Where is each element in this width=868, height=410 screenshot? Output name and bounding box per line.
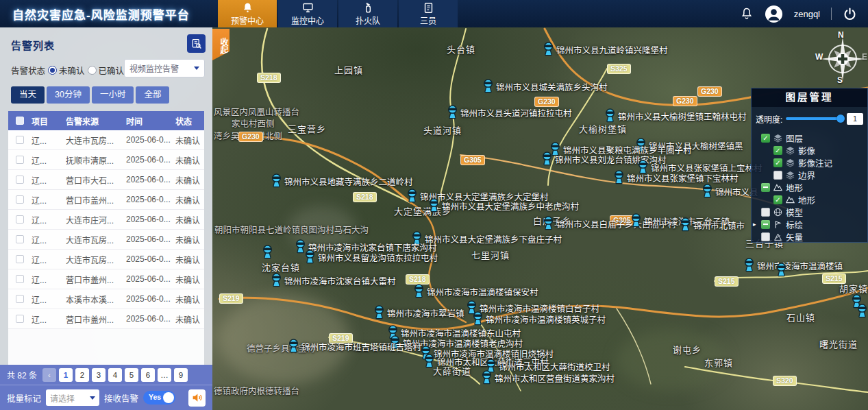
opacity-slider[interactable] [786,117,843,120]
camera-alert-marker[interactable]: 锦州市义县留龙沟镇东拉拉屯村 [304,250,316,267]
row-checkbox[interactable] [16,195,24,204]
tab-预警中心[interactable]: 预警中心 [218,0,277,27]
row-checkbox[interactable] [16,136,24,144]
layer-tree-row[interactable]: ▸ 模型 [752,206,867,218]
layer-tree-row[interactable]: ▸ 矢量 [752,230,867,243]
alert-panel-footer: 批量标记 请选择 接收告警 Yes [0,385,212,410]
camera-alert-marker[interactable]: 锦州市凌海市班吉塔镇班吉塔村 [288,339,299,356]
time-filter-button[interactable]: 30分钟 [47,86,90,104]
logout-power-icon[interactable] [843,7,857,21]
cell-project: 辽... [32,234,66,245]
layer-tree-row[interactable]: ▸ 边界 [752,169,867,181]
status-radio[interactable]: 已确认 [88,64,125,77]
table-row[interactable]: 辽... 大连市庄河... 2025-06-0... 未确认 [8,210,204,230]
camera-alert-marker[interactable]: 锦州市太和区营盘街道黄家沟村 [481,370,493,387]
camera-icon [271,173,282,188]
camera-alert-marker[interactable]: 锦州市义县白庙子乡大白庙子村 [543,216,554,233]
row-checkbox[interactable] [16,295,24,303]
opacity-value-box[interactable]: 1 [847,113,863,125]
layer-tree-row[interactable]: ▸ 影像注记 [752,156,867,169]
table-row[interactable]: 辽... 大连市瓦房... 2025-06-0... 未确认 [8,250,204,269]
camera-alert-marker[interactable]: 锦州市义县城关满族乡头沟村 [482,79,494,96]
layer-checkbox[interactable] [773,195,782,204]
time-filter-button[interactable]: 当天 [11,86,45,104]
table-row[interactable]: 辽... 大连市瓦房... 2025-06-0... 未确认 [8,130,204,150]
camera-alert-marker[interactable]: 锦州市凌海市温滴楼镇保安村 [413,284,425,301]
page-button[interactable]: 2 [75,368,89,382]
page-button[interactable]: … [158,368,171,382]
prev-page-button[interactable]: ‹ [42,368,56,382]
layer-tree-row[interactable]: ▸ 标绘 [752,218,867,230]
layer-checkbox[interactable] [761,220,770,229]
layer-checkbox[interactable] [773,158,782,167]
camera-alert-marker[interactable]: 锦州市北镇市 [680,217,691,234]
camera-alert-marker[interactable]: 锦州市义县头道河镇拉拉屯村 [447,105,458,122]
camera-alert-marker[interactable] [856,304,868,321]
row-checkbox[interactable] [16,275,24,283]
row-checkbox[interactable] [16,315,24,323]
row-checkbox[interactable] [16,215,24,224]
camera-alert-marker[interactable] [262,245,273,262]
tab-扑火队[interactable]: 扑火队 [338,0,397,27]
notification-bell-icon[interactable] [740,7,754,21]
page-button[interactable]: 5 [125,368,138,382]
camera-alert-marker[interactable]: 锦州市义县大定堡满族乡大定堡村 [406,189,418,206]
page-button[interactable]: 6 [141,368,155,382]
row-checkbox[interactable] [16,255,24,263]
table-row[interactable]: 辽... 抚顺市清原... 2025-06-0... 未确认 [8,150,204,170]
user-avatar[interactable] [765,5,783,23]
status-radio[interactable]: 未确认 [48,64,85,77]
layer-tree-row[interactable]: ▸ 地形 [752,181,867,193]
cell-source: 营口市大石... [66,174,126,186]
table-row[interactable]: 辽... 本溪市本溪... 2025-06-0... 未确认 [8,289,204,309]
table-row[interactable]: 辽... 营口市大石... 2025-06-0... 未确认 [8,170,204,190]
tab-监控中心[interactable]: 监控中心 [278,0,337,27]
row-checkbox[interactable] [16,235,24,243]
camera-alert-marker[interactable]: 锦州市义县大榆树堡镇王翰林屯村 [604,108,616,125]
camera-alert-marker[interactable]: 锦州市义县刘龙台镇姚家沟村 [541,152,553,169]
table-row[interactable]: 辽... 大连市瓦房... 2025-06-0... 未确认 [8,230,204,250]
map-town-label: 东郭镇 [704,356,733,369]
table-row[interactable]: 辽... 营口市盖州... 2025-06-0... 未确认 [8,269,204,289]
camera-alert-marker[interactable]: 锦州市义县九道岭镇兴隆堡村 [543,42,554,59]
table-row[interactable]: 辽... 营口市盖州... 2025-06-0... 未确认 [8,309,204,329]
layer-checkbox[interactable] [761,134,770,143]
layer-tree-row[interactable]: ▸ 地形 [752,193,867,206]
camera-alert-marker[interactable] [776,263,787,280]
layer-checkbox[interactable] [761,208,770,217]
map-town-label: 头道河镇 [423,123,462,136]
time-filter-button[interactable]: 一小时 [92,86,134,104]
camera-alert-marker[interactable]: 锦州市凌海市沈家台镇大雷村 [271,273,282,290]
page-button[interactable]: 3 [92,368,106,382]
layer-tree-row[interactable]: ▸ 图层 [752,132,867,144]
camera-alert-marker[interactable]: 锦州市义县大定堡满族乡中老虎沟村 [428,198,440,215]
camera-alert-marker[interactable]: 锦州市凌海市温滴楼镇 [743,258,755,275]
camera-alert-marker[interactable]: 锦州市凌海市翠岩镇 [373,305,385,322]
camera-alert-marker[interactable]: 锦州市太和区大薛街道三屯村 [423,354,435,371]
layer-tree-row[interactable]: ▸ 影像 [752,144,867,156]
batch-mark-dropdown[interactable]: 请选择 [46,389,99,406]
layer-checkbox[interactable] [773,171,782,180]
alert-search-button[interactable] [187,34,206,53]
slider-knob[interactable] [836,114,845,123]
page-button[interactable]: 4 [108,368,122,382]
alert-type-dropdown[interactable]: 视频监控告警 [124,59,205,77]
expand-arrow-icon[interactable]: ▸ [753,221,756,228]
page-button[interactable]: 1 [59,368,73,382]
time-filter-button[interactable]: 全部 [136,86,169,104]
select-all-checkbox[interactable] [16,117,24,125]
sound-alert-button[interactable] [188,389,206,407]
receive-alert-toggle[interactable]: Yes [143,391,175,405]
table-row[interactable]: 辽... 营口市盖州... 2025-06-0... 未确认 [8,190,204,210]
camera-alert-marker[interactable]: 锦州市凌海市三台子镇 [630,213,642,230]
row-checkbox[interactable] [16,156,24,164]
camera-alert-marker[interactable]: 锦州市义县地藏寺满族乡二道岭村 [271,173,282,191]
row-checkbox[interactable] [16,176,24,184]
page-button[interactable]: 9 [174,368,188,382]
layer-checkbox[interactable] [773,146,782,155]
layer-checkbox[interactable] [761,183,770,192]
layer-checkbox[interactable] [761,232,770,241]
camera-alert-marker[interactable]: 锦州市义县 [702,184,713,201]
tab-三员[interactable]: 三员 [399,0,458,27]
camera-alert-marker[interactable]: 锦州市义县张家堡镇下宝林村 [613,170,625,187]
